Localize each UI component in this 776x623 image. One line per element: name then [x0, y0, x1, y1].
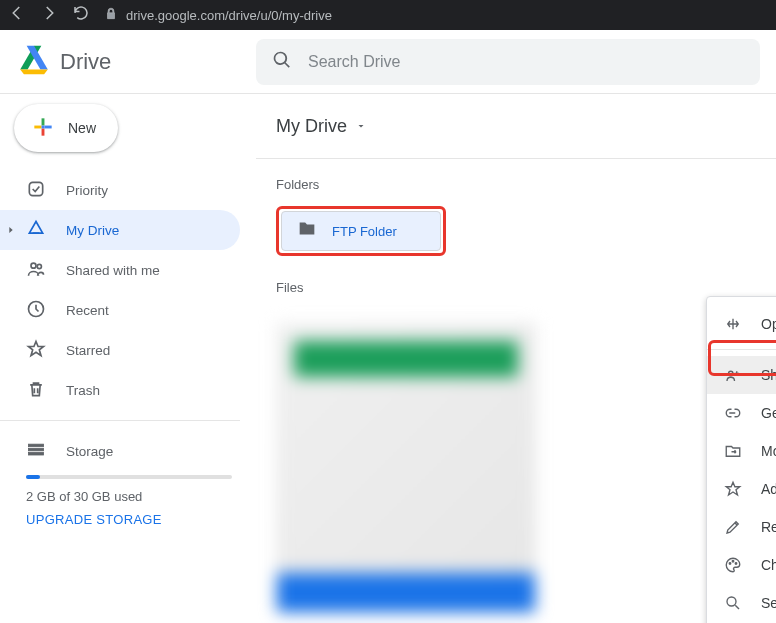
menu-label: Share — [761, 367, 776, 383]
share-icon — [723, 366, 743, 384]
forward-icon[interactable] — [40, 4, 58, 26]
drive-logo-icon — [18, 44, 50, 80]
dropdown-icon — [355, 116, 367, 137]
nav-starred[interactable]: Starred — [0, 330, 240, 370]
menu-search-within[interactable]: Search within FTP Folder — [707, 584, 776, 622]
menu-share[interactable]: Share — [707, 356, 776, 394]
back-icon[interactable] — [8, 4, 26, 26]
search-icon — [272, 50, 292, 74]
menu-separator — [707, 349, 776, 350]
new-button[interactable]: New — [14, 104, 118, 152]
storage-label: Storage — [66, 444, 113, 459]
caret-right-icon — [6, 223, 16, 238]
app-name: Drive — [60, 49, 111, 75]
menu-label: Move to — [761, 443, 776, 459]
svg-point-3 — [37, 264, 41, 268]
svg-rect-6 — [29, 448, 44, 451]
menu-move-to[interactable]: Move to — [707, 432, 776, 470]
nav-label: Recent — [66, 303, 109, 318]
nav-recent[interactable]: Recent — [0, 290, 240, 330]
reload-icon[interactable] — [72, 4, 90, 26]
divider — [256, 158, 776, 159]
recent-icon — [26, 299, 46, 322]
svg-rect-0 — [42, 125, 45, 128]
priority-icon — [26, 179, 46, 202]
menu-label: Change color — [761, 557, 776, 573]
menu-label: Add to Starred — [761, 481, 776, 497]
nav-label: Trash — [66, 383, 100, 398]
search-icon — [723, 594, 743, 612]
link-icon — [723, 404, 743, 422]
star-icon — [723, 480, 743, 498]
divider — [0, 420, 240, 421]
content-area: My Drive Folders FTP Folder Files Open w… — [256, 94, 776, 623]
star-icon — [26, 339, 46, 362]
storage-block: Storage 2 GB of 30 GB used UPGRADE STORA… — [0, 431, 256, 527]
storage-icon — [26, 440, 46, 463]
nav-shared[interactable]: Shared with me — [0, 250, 240, 290]
nav-label: Shared with me — [66, 263, 160, 278]
folders-heading: Folders — [276, 177, 776, 192]
files-heading: Files — [276, 280, 776, 295]
svg-point-8 — [729, 371, 734, 376]
folder-name: FTP Folder — [332, 224, 397, 239]
nav-priority[interactable]: Priority — [0, 170, 240, 210]
move-icon — [723, 442, 743, 460]
nav-label: Starred — [66, 343, 110, 358]
storage-bar — [26, 475, 232, 479]
palette-icon — [723, 556, 743, 574]
shared-icon — [26, 259, 46, 282]
files-thumbnail-blurred — [276, 323, 536, 613]
menu-label: Open with — [761, 316, 776, 332]
nav-list: Priority My Drive Shared with me Recent … — [0, 170, 256, 527]
menu-rename[interactable]: Rename — [707, 508, 776, 546]
svg-point-2 — [31, 263, 36, 268]
menu-label: Search within FTP Folder — [761, 595, 776, 611]
lock-icon — [104, 7, 118, 24]
menu-add-starred[interactable]: Add to Starred — [707, 470, 776, 508]
rename-icon — [723, 518, 743, 536]
folder-icon — [296, 218, 318, 244]
menu-label: Get shareable link — [761, 405, 776, 421]
upgrade-link[interactable]: UPGRADE STORAGE — [26, 512, 232, 527]
storage-usage: 2 GB of 30 GB used — [26, 489, 232, 504]
svg-point-11 — [735, 563, 737, 565]
browser-chrome: drive.google.com/drive/u/0/my-drive — [0, 0, 776, 30]
svg-point-12 — [727, 597, 736, 606]
url-text[interactable]: drive.google.com/drive/u/0/my-drive — [126, 8, 332, 23]
svg-rect-5 — [29, 444, 44, 447]
search-input[interactable] — [308, 53, 744, 71]
open-with-icon — [723, 315, 743, 333]
new-button-label: New — [68, 120, 96, 136]
plus-icon — [30, 114, 56, 143]
breadcrumb[interactable]: My Drive — [276, 108, 776, 144]
nav-label: My Drive — [66, 223, 119, 238]
nav-trash[interactable]: Trash — [0, 370, 240, 410]
nav-my-drive[interactable]: My Drive — [0, 210, 240, 250]
svg-rect-7 — [29, 452, 44, 455]
folder-chip[interactable]: FTP Folder — [281, 211, 441, 251]
nav-label: Priority — [66, 183, 108, 198]
context-menu: Open with Share Get shareable link Move … — [706, 296, 776, 623]
highlight-folder: FTP Folder — [276, 206, 446, 256]
svg-point-9 — [729, 563, 731, 565]
search-box[interactable] — [256, 39, 760, 85]
svg-rect-1 — [29, 182, 42, 195]
my-drive-icon — [26, 219, 46, 242]
menu-change-color[interactable]: Change color — [707, 546, 776, 584]
menu-label: Rename — [761, 519, 776, 535]
path-label: My Drive — [276, 116, 347, 137]
svg-point-10 — [732, 561, 734, 563]
menu-open-with[interactable]: Open with — [707, 305, 776, 343]
trash-icon — [26, 379, 46, 402]
menu-get-link[interactable]: Get shareable link — [707, 394, 776, 432]
app-bar: Drive — [0, 30, 776, 94]
sidebar: New Priority My Drive Shared with me Rec… — [0, 94, 256, 623]
